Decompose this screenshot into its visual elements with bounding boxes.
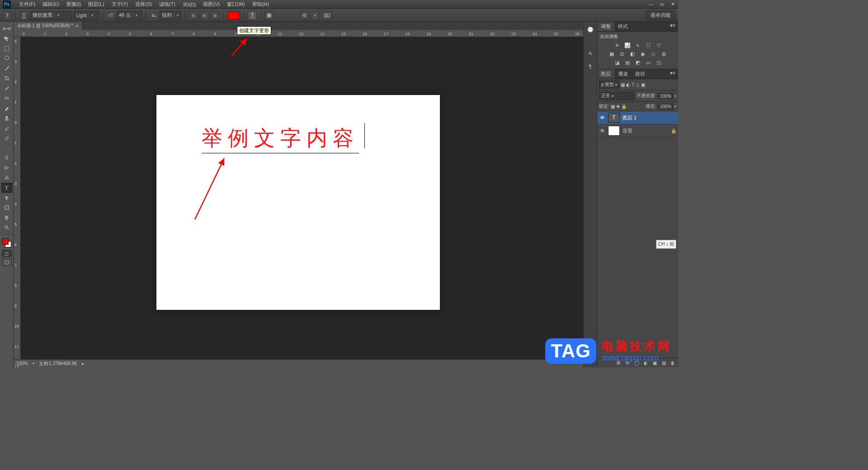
crop-tool[interactable] [1,73,12,83]
hand-tool[interactable] [1,213,12,223]
layer-name[interactable]: 背景 [623,128,632,134]
paragraph-icon[interactable]: ¶ [585,62,595,71]
type-tool-preset[interactable]: T [3,11,12,20]
screenmode-toggle[interactable]: ▢ [2,258,12,266]
curves-icon[interactable]: ∿ [634,42,642,49]
text-orientation-toggle[interactable]: T [19,11,28,20]
tab-channels[interactable]: 通道 [614,69,632,79]
close-icon[interactable]: × [76,24,79,28]
gradient-tool[interactable] [1,143,12,153]
menu-type[interactable]: 文字(Y) [108,0,132,9]
layer-row[interactable]: 👁 T 图层 1 [597,111,678,124]
chevron-right-icon[interactable]: ▸ [82,361,84,366]
fg-bg-color[interactable] [1,237,12,248]
panel-menu-icon[interactable]: ▾≡ [667,69,678,79]
tab-styles[interactable]: 样式 [614,22,632,31]
type-tool[interactable]: T [1,183,12,193]
blend-mode-select[interactable]: 正常▾ [599,92,634,100]
balance-icon[interactable]: ⚖ [618,50,626,57]
stamp-tool[interactable] [1,113,12,123]
visibility-icon[interactable]: 👁 [599,128,605,133]
history-icon[interactable]: 🕘 [585,24,595,34]
exposure-icon[interactable]: ☐ [644,42,652,49]
menu-edit[interactable]: 编辑(E) [39,0,63,9]
vibrance-icon[interactable]: ▽ [655,42,663,49]
panel-menu-icon[interactable]: ▾≡ [667,22,678,31]
threshold-icon[interactable]: ◩ [634,59,642,66]
font-weight-select[interactable]: Light ▾ [74,11,99,20]
menu-file[interactable]: 文件(F) [15,0,39,9]
lock-pixels-icon[interactable]: ▩ [611,104,615,109]
filter-adjust-icon[interactable]: ◐ [626,82,630,87]
menu-window[interactable]: 窗口(W) [223,0,249,9]
blur-tool[interactable] [1,153,12,163]
fill-value[interactable]: 100% [658,104,673,109]
window-close[interactable]: ✕ [667,1,678,7]
tab-paths[interactable]: 路径 [632,69,649,79]
collapse-icon[interactable]: ⊳⊲ [1,24,12,33]
tab-adjustments[interactable]: 调整 [597,22,614,31]
text-color-swatch[interactable] [227,11,240,19]
filter-pixel-icon[interactable]: ▩ [621,82,625,87]
font-size-select[interactable]: 48 点 ▾ [117,11,142,20]
lookup-icon[interactable]: ⊞ [660,50,668,57]
antialias-select[interactable]: 锐利 ▾ [160,11,181,20]
warp-text-button[interactable]: Ṯ [248,11,257,20]
menu-select[interactable]: 选择(S) [132,0,156,9]
character-panel-button[interactable]: ▦ [264,11,274,20]
canvas[interactable]: 举例文字内容 [156,95,440,310]
menu-view[interactable]: 视图(V) [199,0,223,9]
fg-color-swatch[interactable] [2,238,9,245]
eyedropper-tool[interactable] [1,83,12,93]
canvas-stage[interactable]: 举例文字内容 [21,37,583,359]
path-select-tool[interactable] [1,193,12,203]
chevron-down-icon[interactable]: ▾ [33,361,34,366]
filter-shape-icon[interactable]: ◇ [636,82,640,87]
brightness-icon[interactable]: ☀ [613,42,621,49]
align-center-button[interactable]: ≡ [200,11,209,20]
shape-tool[interactable] [1,203,12,213]
window-maximize[interactable]: ▭ [656,1,667,7]
tab-layers[interactable]: 图层 [597,69,614,79]
filter-smart-icon[interactable]: ▣ [641,82,645,87]
opacity-value[interactable]: 100% [658,93,673,99]
menu-3d[interactable]: 3D(D) [179,0,199,9]
posterize-icon[interactable]: ▤ [623,59,632,66]
lock-all-icon[interactable]: 🔒 [621,104,627,109]
wand-tool[interactable] [1,63,12,73]
zoom-tool[interactable] [1,223,12,233]
menu-help[interactable]: 帮助(H) [249,0,273,9]
filter-type-icon[interactable]: T [632,82,634,87]
3d-button[interactable]: 3D [321,11,332,20]
lock-position-icon[interactable]: ✥ [616,104,620,109]
font-family-select[interactable]: 微软雅黑 ▾ [30,11,72,20]
map-icon[interactable]: ▭ [644,59,652,66]
pen-tool[interactable] [1,173,12,183]
dodge-tool[interactable] [1,163,12,173]
window-minimize[interactable]: — [646,1,656,7]
photo-filter-icon[interactable]: ◉ [639,50,647,57]
eraser-tool[interactable] [1,133,12,143]
levels-icon[interactable]: 📊 [623,42,632,49]
commit-edit-button[interactable]: ✓ [311,11,320,20]
menu-layer[interactable]: 图层(L) [85,0,108,9]
move-tool[interactable] [1,33,12,43]
character-icon[interactable]: A [585,48,595,58]
healing-tool[interactable] [1,93,12,103]
selective-icon[interactable]: ◫ [655,59,663,66]
align-right-button[interactable]: ≡ [211,11,220,20]
marquee-tool[interactable] [1,43,12,53]
bw-icon[interactable]: ◧ [628,50,637,57]
document-tab[interactable]: 未标题-1 @ 100%(RGB/8) * × [14,22,82,30]
mixer-icon[interactable]: ◇ [649,50,657,57]
hue-icon[interactable]: ▦ [608,50,616,57]
menu-filter[interactable]: 滤镜(T) [156,0,179,9]
br
ush-tool[interactable] [1,103,12,113]
layer-name[interactable]: 图层 1 [623,114,637,121]
lasso-tool[interactable] [1,53,12,63]
menu-image[interactable]: 图像(I) [63,0,85,9]
align-left-button[interactable]: ≡ [189,11,198,20]
invert-icon[interactable]: ◪ [613,59,621,66]
layer-row[interactable]: 👁 背景 🔒 [597,124,678,138]
quickmask-toggle[interactable]: ◻ [2,250,12,257]
